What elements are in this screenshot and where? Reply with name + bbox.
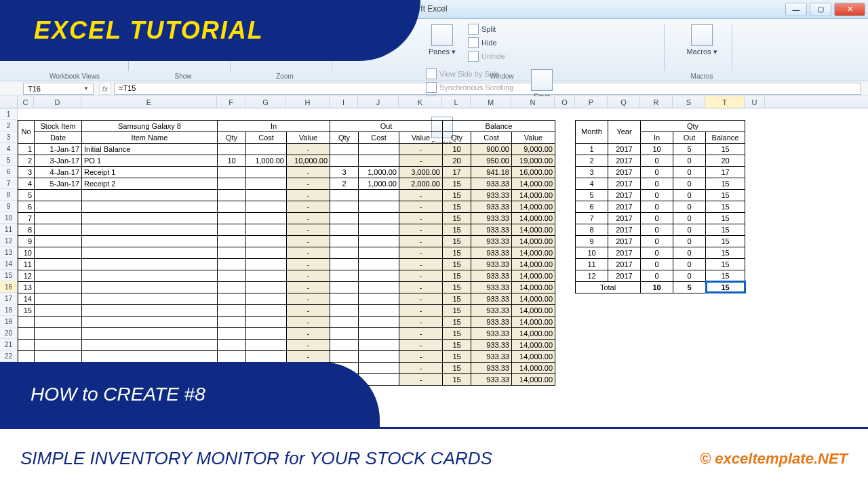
cell-H3[interactable]: Value — [287, 131, 330, 143]
cell-D14[interactable] — [35, 258, 82, 270]
cell-U1[interactable] — [745, 108, 766, 120]
cell-U4[interactable] — [745, 143, 766, 155]
column-header-E[interactable]: E — [81, 96, 217, 108]
cell-D6[interactable]: 4-Jan-17 — [35, 166, 82, 178]
cell-O7[interactable] — [555, 178, 576, 189]
cell-G9[interactable] — [246, 201, 287, 212]
cell-F20[interactable] — [218, 327, 246, 339]
cell-M3[interactable]: Cost — [471, 131, 512, 143]
cell-J7[interactable]: 1,000.00 — [359, 178, 399, 189]
cell-E6[interactable]: Receipt 1 — [82, 166, 218, 178]
cell-R18[interactable] — [641, 304, 673, 316]
cell-M6[interactable]: 941.18 — [471, 166, 512, 178]
cell-T5[interactable]: 20 — [706, 155, 745, 166]
cell-O15[interactable] — [555, 270, 576, 281]
cell-N6[interactable]: 16,000.00 — [512, 166, 555, 178]
cell-J23[interactable] — [359, 362, 399, 373]
cell-H17[interactable]: - — [287, 293, 330, 304]
cell-R12[interactable]: 0 — [641, 235, 673, 247]
cell-E3[interactable]: Item Name — [82, 131, 218, 143]
cell-Q4[interactable]: 2017 — [608, 143, 641, 155]
cell-F11[interactable] — [218, 224, 246, 235]
cell-L20[interactable]: 15 — [443, 327, 471, 339]
cell-S1[interactable] — [673, 108, 706, 120]
cell-O9[interactable] — [555, 201, 576, 212]
cell-L23[interactable]: 15 — [443, 362, 471, 373]
cell-U9[interactable] — [745, 201, 766, 212]
row-header-17[interactable]: 17 — [0, 293, 17, 304]
cell-K3[interactable]: Value — [399, 131, 443, 143]
unhide-button[interactable]: Unhide — [466, 50, 507, 62]
cell-F21[interactable] — [218, 339, 246, 350]
cell-P24[interactable] — [576, 373, 608, 385]
cell-I21[interactable] — [330, 339, 359, 350]
cell-U10[interactable] — [745, 212, 766, 224]
cell-S11[interactable]: 0 — [673, 224, 706, 235]
cell-C17[interactable]: 14 — [18, 293, 35, 304]
cell-O21[interactable] — [555, 339, 576, 350]
cell-Q11[interactable]: 2017 — [608, 224, 641, 235]
cell-N7[interactable]: 14,000.00 — [512, 178, 555, 189]
select-all-triangle[interactable] — [0, 96, 18, 108]
cell-D10[interactable] — [35, 212, 82, 224]
column-header-T[interactable]: T — [705, 96, 745, 108]
cell-O22[interactable] — [555, 350, 576, 362]
cell-N15[interactable]: 14,000.00 — [512, 270, 555, 281]
cell-E14[interactable] — [82, 258, 218, 270]
cell-S13[interactable]: 0 — [673, 247, 706, 258]
cell-K11[interactable]: - — [399, 224, 443, 235]
cell-F12[interactable] — [218, 235, 246, 247]
cell-T19[interactable] — [706, 316, 745, 327]
cell-E9[interactable] — [82, 201, 218, 212]
row-header-10[interactable]: 10 — [0, 212, 17, 224]
column-header-L[interactable]: L — [442, 96, 471, 108]
cell-F19[interactable] — [218, 316, 246, 327]
cell-S4[interactable]: 5 — [673, 143, 706, 155]
cell-J20[interactable] — [359, 327, 399, 339]
cell-E13[interactable] — [82, 247, 218, 258]
cell-P13[interactable]: 10 — [576, 247, 608, 258]
row-header-15[interactable]: 15 — [0, 270, 17, 281]
cell-Q14[interactable]: 2017 — [608, 258, 641, 270]
row-header-3[interactable]: 3 — [0, 131, 17, 143]
cell-I2[interactable]: Out — [330, 120, 443, 131]
cell-M1[interactable] — [471, 108, 512, 120]
cell-L7[interactable]: 15 — [443, 178, 471, 189]
cell-K14[interactable]: - — [399, 258, 443, 270]
cell-C16[interactable]: 13 — [18, 281, 35, 293]
cell-O1[interactable] — [555, 108, 576, 120]
column-header-Q[interactable]: Q — [608, 96, 640, 108]
cell-S16[interactable]: 5 — [673, 281, 706, 293]
row-header-5[interactable]: 5 — [0, 155, 17, 166]
cell-S24[interactable] — [673, 373, 706, 385]
cell-D16[interactable] — [35, 281, 82, 293]
cell-C1[interactable] — [18, 108, 35, 120]
cell-J3[interactable]: Cost — [359, 131, 399, 143]
cell-U18[interactable] — [745, 304, 766, 316]
cells-area[interactable]: NoStock ItemSamsung Galaxy 8InOutBalance… — [18, 108, 766, 386]
cell-C9[interactable]: 6 — [18, 201, 35, 212]
cell-O11[interactable] — [555, 224, 576, 235]
cell-K10[interactable]: - — [399, 212, 443, 224]
cell-I16[interactable] — [330, 281, 359, 293]
cell-I6[interactable]: 3 — [330, 166, 359, 178]
cell-N17[interactable]: 14,000.00 — [512, 293, 555, 304]
cell-U23[interactable] — [745, 362, 766, 373]
column-header-S[interactable]: S — [673, 96, 705, 108]
cell-M8[interactable]: 933.33 — [471, 189, 512, 201]
cell-N22[interactable]: 14,000.00 — [512, 350, 555, 362]
cell-N19[interactable]: 14,000.00 — [512, 316, 555, 327]
cell-S23[interactable] — [673, 362, 706, 373]
cell-T1[interactable] — [706, 108, 745, 120]
cell-J4[interactable] — [359, 143, 399, 155]
cell-L5[interactable]: 20 — [443, 155, 471, 166]
cell-M10[interactable]: 933.33 — [471, 212, 512, 224]
cell-K13[interactable]: - — [399, 247, 443, 258]
cell-S22[interactable] — [673, 350, 706, 362]
cell-N24[interactable]: 14,000.00 — [512, 373, 555, 385]
cell-F22[interactable] — [218, 350, 246, 362]
cell-P6[interactable]: 3 — [576, 166, 608, 178]
cell-D17[interactable] — [35, 293, 82, 304]
cell-Q1[interactable] — [608, 108, 641, 120]
cell-J14[interactable] — [359, 258, 399, 270]
